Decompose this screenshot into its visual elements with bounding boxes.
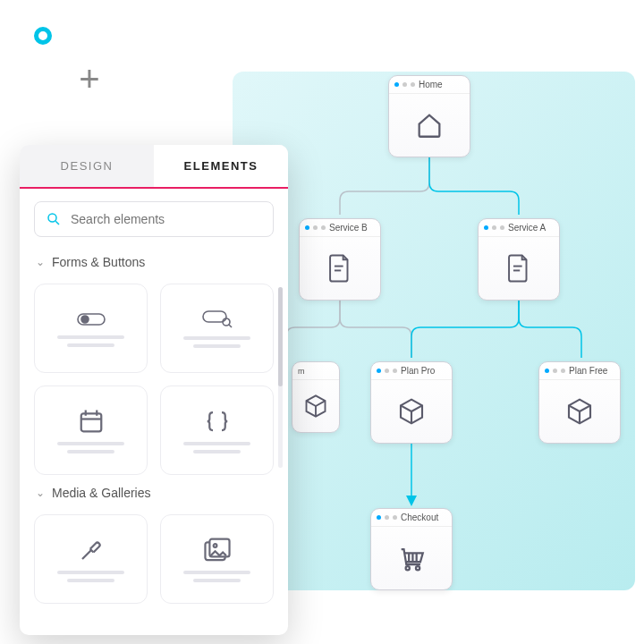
- gallery-icon: [203, 537, 232, 564]
- panel-tabs: DESIGN ELEMENTS: [20, 145, 288, 189]
- node-header: Service B: [300, 219, 380, 237]
- section-forms-header[interactable]: ⌄ Forms & Buttons: [20, 250, 288, 275]
- calendar-icon: [78, 408, 105, 435]
- document-icon: [505, 253, 532, 284]
- node-plan-free[interactable]: Plan Free: [538, 361, 621, 444]
- node-header: Plan Pro: [371, 362, 452, 380]
- element-eyedropper[interactable]: [34, 514, 148, 604]
- section-title: Media & Galleries: [52, 486, 151, 500]
- element-search-field[interactable]: [160, 284, 274, 373]
- node-checkout[interactable]: Checkout: [370, 508, 453, 590]
- node-label: Home: [419, 80, 443, 89]
- svg-rect-19: [80, 413, 101, 431]
- box-icon: [303, 394, 328, 419]
- braces-icon: [204, 408, 231, 435]
- search-input-wrapper[interactable]: [34, 201, 274, 237]
- cart-icon: [396, 543, 427, 573]
- element-gallery[interactable]: [160, 514, 274, 604]
- svg-line-18: [229, 325, 232, 327]
- node-home[interactable]: Home: [388, 75, 470, 157]
- tab-design[interactable]: DESIGN: [20, 145, 154, 187]
- svg-point-15: [81, 316, 89, 323]
- node-header: Plan Free: [539, 362, 620, 380]
- search-input[interactable]: [71, 212, 262, 226]
- chevron-down-icon: ⌄: [36, 256, 45, 268]
- node-label: Service B: [329, 223, 368, 233]
- decoration-ring: [34, 27, 52, 45]
- chevron-down-icon: ⌄: [36, 487, 45, 499]
- section-title: Forms & Buttons: [52, 255, 145, 269]
- node-label: Plan Free: [569, 366, 607, 376]
- elements-panel: DESIGN ELEMENTS ⌄ Forms & Buttons: [20, 145, 288, 635]
- tab-elements[interactable]: ELEMENTS: [154, 145, 288, 187]
- node-label: Plan Pro: [401, 366, 435, 376]
- node-label: m: [298, 367, 305, 376]
- node-label: Checkout: [401, 513, 438, 522]
- toggle-icon: [76, 310, 106, 328]
- search-field-icon: [201, 309, 233, 329]
- node-header: Service A: [479, 219, 559, 237]
- box-icon: [397, 397, 426, 426]
- node-header: Home: [389, 76, 470, 94]
- node-service-a[interactable]: Service A: [478, 218, 560, 301]
- search-icon: [46, 211, 62, 227]
- svg-point-10: [406, 566, 410, 570]
- element-code[interactable]: [160, 386, 274, 475]
- section-media-header[interactable]: ⌄ Media & Galleries: [20, 480, 288, 505]
- element-datepicker[interactable]: [34, 386, 148, 475]
- home-icon: [414, 110, 445, 140]
- box-icon: [565, 397, 594, 426]
- node-service-b[interactable]: Service B: [299, 218, 381, 301]
- svg-point-12: [48, 214, 56, 222]
- node-plan-partial[interactable]: m: [292, 361, 340, 433]
- scrollbar-thumb[interactable]: [278, 287, 283, 386]
- node-header: Checkout: [371, 509, 452, 527]
- scrollbar[interactable]: [278, 287, 283, 468]
- node-label: Service A: [508, 223, 546, 233]
- document-icon: [326, 253, 353, 284]
- eyedropper-icon: [78, 537, 105, 564]
- decoration-plus-icon: +: [64, 54, 114, 104]
- element-toggle[interactable]: [34, 284, 148, 373]
- node-header: m: [292, 362, 339, 380]
- node-plan-pro[interactable]: Plan Pro: [370, 361, 453, 444]
- svg-line-13: [55, 221, 59, 225]
- svg-point-11: [416, 566, 419, 570]
